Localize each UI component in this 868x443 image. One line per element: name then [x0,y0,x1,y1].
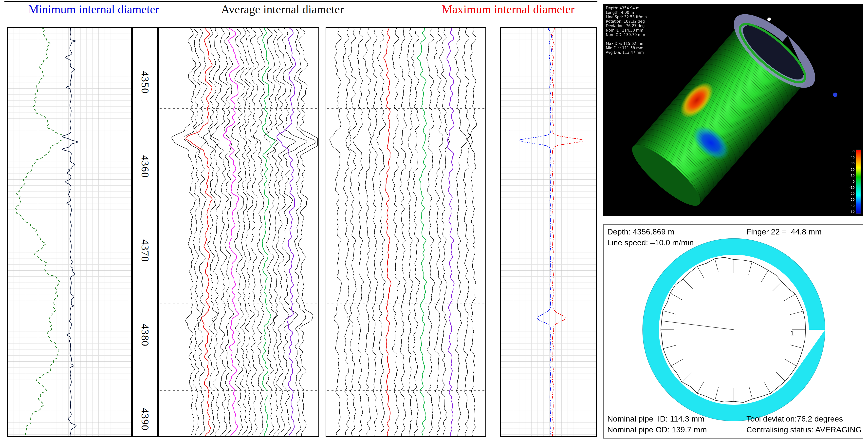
nominal-id-readout: Nominal pipe ID: 114.3 mm [607,414,705,423]
finger-readout: Finger 22 = 44.8 mm [746,227,822,236]
casing-3d-stat-line: Line Spd: 32.53 ft/min [606,15,647,19]
colorbar-tick-label: 40 [849,156,855,159]
casing-3d-stats-overlay: Depth: 4354.94 mLength: 4.00 mLine Spd: … [606,6,647,55]
depth-tick-label: 4380 [139,324,151,347]
casing-3d-stat-line: Min Dia: 111.58 mm [606,46,647,50]
colorbar-tick-label: 50 [849,150,855,153]
tool-deviation-readout: Tool deviation:76.2 degrees [746,414,843,423]
colorbar-tick-label: -20 [849,192,855,195]
colorbar-tick-label: 10 [849,174,855,177]
casing-3d-stat-line: Max Dia: 115.02 mm [606,41,647,46]
casing-3d-stat-line [606,37,647,41]
finger-marker-label: 1 [790,329,794,337]
max-id-track-plot [500,27,597,437]
colorbar-tick-label: -10 [849,186,855,189]
colorbar-tick-label: 30 [849,161,855,165]
casing-3d-stat-line: Nom OD: 139.70 mm [606,33,647,37]
line-speed-readout: Line speed: –10.0 m/min [607,238,693,247]
avg-id-track-plot-b [326,27,486,437]
colorbar-tick-label: -40 [849,204,855,207]
min-id-track-plot [7,27,132,437]
depth-tick-label: 4360 [139,155,151,178]
casing-3d-stat-line: Nom ID: 114.30 mm [606,28,647,33]
casing-3d-stat-line: Deviation: 76.27 deg [606,24,647,28]
colorbar: 50403020100-10-20-30-40-50 [849,150,861,213]
colorbar-tick-label: -30 [849,198,855,201]
colorbar-tick-label: -50 [849,210,855,213]
centralising-status-readout: Centralising status: AVERAGING [746,425,862,434]
top-rule [4,1,597,2]
casing-3d-stat-line: Rotation: 107.32 deg [606,19,647,24]
nominal-od-readout: Nominal pipe OD: 139.7 mm [607,425,707,434]
depth-tick-label: 4390 [139,408,151,431]
mfc-log-figure: Minimum internal diameter Average intern… [0,0,868,443]
casing-3d-stat-line: Depth: 4354.94 m [606,6,647,10]
depth-readout: Depth: 4356.869 m [607,227,674,236]
casing-3d-stat-line: Avg Dia: 113.47 mm [606,50,647,55]
avg-id-track-plot-a [158,27,319,437]
casing-3d-view-panel: Depth: 4354.94 mLength: 4.00 mLine Spd: … [603,4,863,216]
cross-section-panel: Depth: 4356.869 m Line speed: –10.0 m/mi… [603,224,863,439]
colorbar-tick-label: 20 [849,168,855,171]
pipe-cross-section-plot [604,225,863,438]
max-id-title: Maximum internal diameter [442,2,575,16]
colorbar-tick-label: 0 [849,180,855,183]
colorbar-gradient [856,150,861,214]
colorbar-labels: 50403020100-10-20-30-40-50 [849,150,855,213]
depth-tick-label: 4350 [139,71,151,94]
min-id-title: Minimum internal diameter [28,2,159,16]
depth-axis: 43504360437043804390 [132,27,158,437]
casing-3d-stat-line: Length: 4.00 m [606,10,647,15]
depth-tick-label: 4370 [139,239,151,262]
avg-id-title: Average internal diameter [221,2,344,16]
